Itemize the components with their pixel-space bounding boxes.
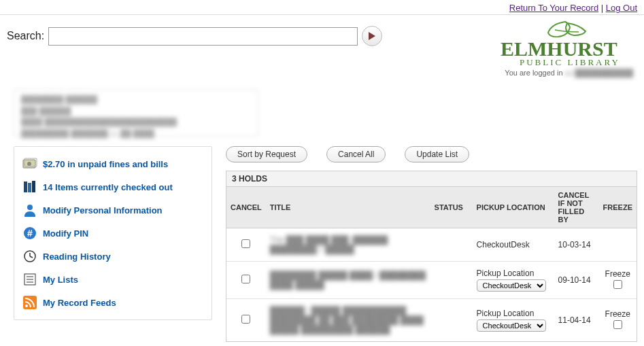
hold-status [430, 299, 473, 342]
col-cancel: CANCEL [226, 187, 266, 228]
update-list-button[interactable]: Update List [405, 146, 469, 162]
freeze-checkbox[interactable] [613, 280, 622, 289]
search-label: Search: [7, 30, 44, 42]
table-row: ██████ / █████ ███████████ ████████ ██ █… [226, 299, 637, 342]
person-icon [22, 203, 37, 218]
return-to-record-link[interactable]: Return To Your Record [509, 3, 598, 13]
sidebar-item-label: 14 Items currently checked out [43, 182, 173, 192]
svg-rect-6 [24, 181, 27, 192]
sidebar-item-personal-info[interactable]: Modify Personal Information [21, 198, 205, 222]
holds-table-container: 3 HOLDS CANCEL TITLE STATUS PICKUP LOCAT… [226, 171, 637, 342]
svg-point-20 [25, 305, 28, 307]
sidebar-item-reading-history[interactable]: Reading History [21, 245, 205, 268]
clock-icon [22, 249, 37, 264]
hash-icon: # [22, 226, 37, 241]
svg-point-9 [27, 205, 33, 210]
pickup-location-select[interactable]: CheckoutDesk [477, 319, 546, 332]
col-pickup: PICKUP LOCATION [473, 187, 554, 228]
sidebar-item-fines[interactable]: $2.70 in unpaid fines and bills [21, 152, 205, 175]
hold-title: The ███ ████ ███ [██████ ████████] / ███… [270, 235, 388, 254]
sidebar-item-modify-pin[interactable]: # Modify PIN [21, 222, 205, 245]
elmhurst-logo-icon: ELMHURST PUBLIC LIBRARY [501, 20, 633, 68]
sidebar-item-checked-out[interactable]: 14 Items currently checked out [21, 175, 205, 198]
cancel-by-date: 10-03-14 [554, 228, 599, 262]
freeze-cell: Freeze [599, 299, 637, 342]
account-sidebar: $2.70 in unpaid fines and bills 14 Items… [14, 146, 212, 320]
sidebar-item-my-lists[interactable]: My Lists [21, 268, 205, 291]
list-icon [22, 272, 37, 287]
svg-marker-0 [369, 32, 375, 40]
rss-icon [22, 295, 37, 310]
freeze-checkbox[interactable] [613, 320, 622, 329]
table-row: The ███ ████ ███ [██████ ████████] / ███… [226, 228, 637, 262]
svg-rect-8 [32, 181, 35, 192]
pickup-location-select[interactable]: CheckoutDesk [477, 279, 546, 292]
separator: | [598, 3, 606, 13]
svg-rect-7 [28, 183, 31, 192]
logged-in-status: You are logged in as ███████████ [501, 69, 633, 77]
sidebar-item-label: $2.70 in unpaid fines and bills [43, 159, 168, 169]
svg-text:#: # [27, 228, 33, 239]
sidebar-item-label: Modify PIN [43, 228, 88, 239]
holds-heading: 3 HOLDS [226, 171, 637, 187]
cancel-by-date: 11-04-14 [554, 299, 599, 342]
hold-title: ██████ / █████ ███████████ ████████ ██ █… [270, 306, 424, 334]
pickup-location-label: Pickup Location [477, 309, 550, 318]
pickup-cell: Pickup LocationCheckoutDesk [473, 299, 554, 342]
user-info-box: ████████ ██████ ███ ██████ ████ ████████… [14, 89, 258, 137]
cancel-checkbox[interactable] [241, 315, 250, 324]
hold-status [430, 228, 473, 262]
cancel-by-date: 09-10-14 [554, 262, 599, 299]
col-status: STATUS [430, 187, 473, 228]
search-button[interactable] [362, 26, 382, 46]
holds-table: CANCEL TITLE STATUS PICKUP LOCATION CANC… [226, 187, 637, 341]
search-input[interactable] [48, 27, 358, 46]
cancel-checkbox[interactable] [241, 239, 250, 248]
sidebar-item-label: My Lists [43, 275, 78, 285]
cancel-checkbox[interactable] [241, 275, 250, 283]
sort-by-request-button[interactable]: Sort by Request [226, 146, 307, 162]
pickup-cell: CheckoutDesk [473, 228, 554, 262]
play-icon [368, 31, 376, 41]
svg-text:PUBLIC LIBRARY: PUBLIC LIBRARY [520, 57, 620, 67]
money-icon [22, 156, 37, 171]
search-area: Search: [7, 20, 382, 46]
freeze-cell [599, 228, 637, 262]
sidebar-item-label: Reading History [43, 252, 111, 262]
hold-status [430, 262, 473, 299]
sidebar-item-record-feeds[interactable]: My Record Feeds [21, 291, 205, 314]
col-cancel-by: CANCEL IF NOT FILLED BY [554, 187, 599, 228]
svg-point-4 [27, 162, 31, 166]
top-button-row: Sort by Request Cancel All Update List [226, 146, 637, 162]
top-links-bar: Return To Your Record | Log Out [0, 0, 644, 15]
pickup-cell: Pickup LocationCheckoutDesk [473, 262, 554, 299]
pickup-location-label: Pickup Location [477, 269, 550, 278]
freeze-label: Freeze [603, 309, 632, 319]
sidebar-item-label: Modify Personal Information [43, 205, 163, 215]
freeze-cell: Freeze [599, 262, 637, 299]
col-title: TITLE [266, 187, 430, 228]
cancel-all-button[interactable]: Cancel All [326, 146, 386, 162]
books-icon [22, 179, 37, 194]
hold-title: ████████ █████ ████ / ████████ ████ ████… [270, 271, 426, 290]
holds-content: Sort by Request Cancel All Update List 3… [226, 146, 637, 346]
sidebar-item-label: My Record Feeds [43, 298, 116, 308]
logout-link[interactable]: Log Out [606, 3, 637, 13]
freeze-label: Freeze [603, 269, 632, 279]
table-row: ████████ █████ ████ / ████████ ████ ████… [226, 262, 637, 299]
col-freeze: FREEZE [599, 187, 637, 228]
library-logo: ELMHURST PUBLIC LIBRARY You are logged i… [501, 20, 637, 77]
